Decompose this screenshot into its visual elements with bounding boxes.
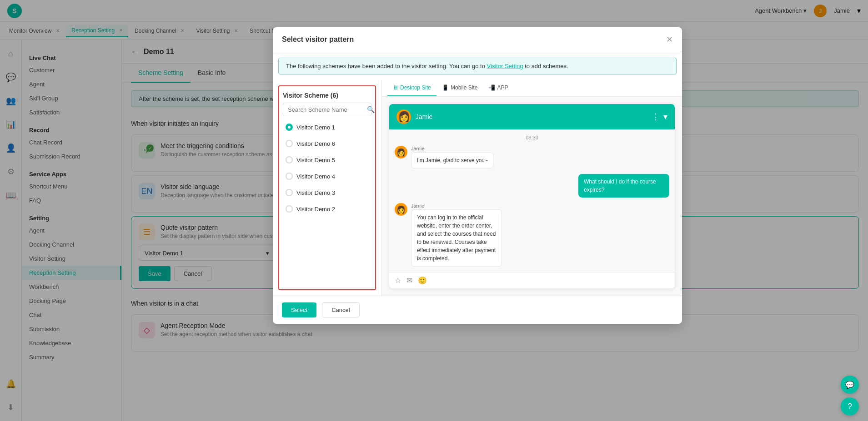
scheme-search-input[interactable] <box>288 106 364 113</box>
chat-message-row: What should I do if the course expires? <box>395 174 669 198</box>
chat-footer: ☆ ✉ 🙂 <box>389 272 675 288</box>
chat-timestamp: 08:30 <box>395 135 669 140</box>
preview-panel: 🖥 Desktop Site 📱 Mobile Site 📲 APP <box>382 80 682 296</box>
search-icon: 🔍 <box>367 106 375 113</box>
scheme-item-5[interactable]: Visitor Demo 3 <box>283 185 371 200</box>
chat-bubble-agent: I'm Jamie, glad to serve you~ <box>411 152 494 168</box>
email-icon[interactable]: ✉ <box>406 276 412 285</box>
preview-content: 👩 Jamie ⋮ ▾ 08:30 <box>382 97 682 296</box>
chat-float-button[interactable]: 💬 <box>841 376 859 394</box>
dialog-close-button[interactable]: ✕ <box>666 40 673 45</box>
chat-bubble-user: What should I do if the course expires? <box>578 174 669 198</box>
scheme-search: 🔍 <box>283 103 371 116</box>
dialog-footer: Select Cancel <box>273 296 682 324</box>
desktop-icon: 🖥 <box>393 84 398 91</box>
message-avatar: 👩 <box>395 203 407 216</box>
radio-unchecked-icon <box>286 189 293 196</box>
main-layout: ⌂ 💬 👥 📊 👤 ⚙ 📖 🔔 ⬇ Live Chat Customer Age… <box>0 40 868 421</box>
more-options-icon[interactable]: ⋮ <box>652 112 660 122</box>
chat-agent-avatar: 👩 <box>396 109 411 124</box>
chat-preview: 👩 Jamie ⋮ ▾ 08:30 <box>389 104 675 288</box>
select-button[interactable]: Select <box>282 302 316 317</box>
dialog-notice: The following schemes have been added to… <box>278 58 677 74</box>
star-icon[interactable]: ☆ <box>395 276 401 285</box>
preview-tabs: 🖥 Desktop Site 📱 Mobile Site 📲 APP <box>382 80 682 97</box>
tab-mobile-site[interactable]: 📱 Mobile Site <box>437 80 483 96</box>
scheme-list-title: Visitor Scheme (6) <box>283 90 371 103</box>
radio-unchecked-icon <box>286 173 293 180</box>
scheme-item-3[interactable]: Visitor Demo 5 <box>283 153 371 167</box>
dialog-header: Select visitor pattern ✕ <box>273 40 682 52</box>
scheme-item-6[interactable]: Visitor Demo 2 <box>283 202 371 216</box>
radio-checked-icon <box>286 124 293 131</box>
mobile-icon: 📱 <box>442 84 449 91</box>
message-author: Jamie <box>411 146 494 151</box>
message-author: Jamie <box>411 203 502 208</box>
emoji-icon[interactable]: 🙂 <box>418 276 427 285</box>
chat-agent-name: Jamie <box>416 113 432 120</box>
chat-header: 👩 Jamie ⋮ ▾ <box>389 104 675 129</box>
dialog-title: Select visitor pattern <box>282 40 354 44</box>
tab-app[interactable]: 📲 APP <box>483 80 513 96</box>
app-icon: 📲 <box>488 84 495 91</box>
scheme-item-4[interactable]: Visitor Demo 4 <box>283 169 371 183</box>
dialog-body: Visitor Scheme (6) 🔍 Visitor Demo 1 <box>273 80 682 296</box>
radio-unchecked-icon <box>286 140 293 147</box>
chat-message-row: 👩 Jamie You can log in to the official w… <box>395 203 669 267</box>
chat-message-row: 👩 Jamie I'm Jamie, glad to serve you~ <box>395 146 669 168</box>
scheme-radio-list: Visitor Demo 1 Visitor Demo 6 Visitor De… <box>283 120 371 216</box>
content-area: ← Demo 11 Scheme Setting Basic Info Afte… <box>122 40 868 421</box>
radio-unchecked-icon <box>286 156 293 163</box>
chat-messages: 08:30 👩 Jamie I'm Jamie, glad to serve y… <box>389 129 675 272</box>
chat-bubble-float: 💬 <box>841 376 859 394</box>
visitor-setting-link[interactable]: Visitor Setting <box>487 63 523 69</box>
message-avatar: 👩 <box>395 146 407 158</box>
scheme-item-2[interactable]: Visitor Demo 6 <box>283 136 371 151</box>
chat-bubble-agent: You can log in to the official website, … <box>411 209 502 267</box>
dialog-cancel-button[interactable]: Cancel <box>322 302 359 317</box>
radio-unchecked-icon <box>286 205 293 213</box>
select-visitor-dialog: Select visitor pattern ✕ The following s… <box>273 40 682 324</box>
scheme-item-1[interactable]: Visitor Demo 1 <box>283 120 371 134</box>
help-button[interactable]: ? <box>841 397 859 416</box>
chevron-down-icon[interactable]: ▾ <box>663 112 667 122</box>
scheme-list-container: Visitor Scheme (6) 🔍 Visitor Demo 1 <box>278 85 376 290</box>
help-bubble-float: ? <box>841 397 859 416</box>
tab-desktop-site[interactable]: 🖥 Desktop Site <box>387 80 437 96</box>
scheme-list-panel: Visitor Scheme (6) 🔍 Visitor Demo 1 <box>273 80 382 296</box>
